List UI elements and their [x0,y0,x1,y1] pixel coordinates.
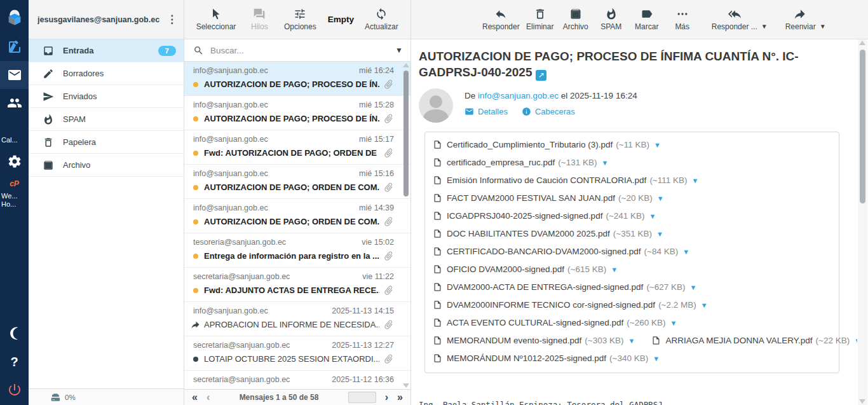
read-dot[interactable] [193,357,198,362]
date: mié 16:24 [359,66,394,75]
folder-archive[interactable]: Archivo [29,154,184,177]
attachment-menu-caret-icon[interactable]: ▼ [682,248,689,256]
forward-caret-icon[interactable]: ▼ [820,23,826,30]
reply-all-caret-icon[interactable]: ▼ [761,23,768,30]
scroll-up-icon[interactable] [859,41,865,45]
message-list-item[interactable]: secretaria@sanjuan.gob.ec2025-11-13 12:2… [184,336,410,371]
logout-power-icon[interactable] [0,376,29,404]
folder-inbox[interactable]: Entrada 7 [29,39,184,62]
attachment-menu-caret-icon[interactable]: ▼ [657,195,664,202]
scroll-up-icon[interactable] [403,63,409,67]
folder-sent[interactable]: Enviados [29,85,184,108]
reply-button[interactable]: Responder [481,5,521,34]
message-list-item[interactable]: info@sanjuan.gob.ec2025-11-13 14:15 APRO… [184,302,410,336]
attachment[interactable]: MEMORÁNDUM Nº1012-2025-signed.pdf(~340 K… [433,354,660,363]
attachment-menu-caret-icon[interactable]: ▼ [654,141,661,149]
compose-icon[interactable] [0,33,29,61]
attachment-menu-caret-icon[interactable]: ▼ [653,355,660,362]
sogo-logo-icon[interactable] [0,1,29,33]
pdf-file-icon [433,229,442,238]
folder-spam[interactable]: SPAM [29,108,184,131]
next-page-button[interactable]: › [385,392,388,402]
search-scope-caret-icon[interactable]: ▼ [394,46,404,55]
message-list-item[interactable]: info@sanjuan.gob.ecmié 15:28 AUTORIZACIO… [184,96,410,130]
message-list-item[interactable]: info@sanjuan.gob.ecmié 14:39 AUTORIZACIO… [184,199,410,233]
more-button[interactable]: Más [666,5,699,34]
mail-module-icon[interactable] [0,61,29,89]
attachment[interactable]: Emisión Informativo de Caución CONTRALOR… [433,175,698,185]
refresh-button[interactable]: Actualizar [363,5,400,34]
message-list-item[interactable]: secretaria@sanjuan.gob.ec2025-11-12 16:3… [184,371,410,389]
delete-button[interactable]: Eliminar [524,5,557,34]
attachment-menu-caret-icon[interactable]: ▼ [690,284,697,291]
settings-gear-icon[interactable] [0,148,29,175]
empty-button[interactable]: Empty [322,12,359,27]
reply-icon [494,8,507,20]
prev-page-button[interactable]: ‹ [207,392,210,402]
attachment[interactable]: CERTIFICADO-BANCARIO-DVAM2000-signed.pdf… [433,247,689,256]
calendar-link[interactable]: Cal... [0,136,29,145]
attachment[interactable]: ACTA EVENTO CULTURAL-signed-signed.pdf(~… [433,318,677,327]
sender: info@sanjuan.gob.ec [193,203,268,212]
options-button[interactable]: Opciones [281,5,318,34]
help-icon[interactable]: ? [0,348,29,376]
cpanel-logo-icon[interactable]: cP [0,175,29,192]
attachment[interactable]: DVAM2000-ACTA DE ENTREGA-signed-signed.p… [433,282,696,292]
threads-button[interactable]: Hilos [241,5,278,34]
attachment-menu-caret-icon[interactable]: ▼ [602,159,609,167]
unread-dot[interactable] [193,116,198,121]
dark-mode-moon-icon[interactable] [0,320,29,348]
details-link[interactable]: Detalles [465,107,508,116]
attachment[interactable]: ARRIAGA MEJIA DONNA VALERY.pdf(~22 KB)▼ [651,336,857,345]
account-menu-kebab-icon[interactable]: ⋮ [164,13,179,26]
attachment[interactable]: FACT DVAM2000 FESTIVAL SAN JUAN.pdf(~20 … [433,193,664,203]
view-scrollbar-thumb[interactable] [860,50,865,203]
attachment[interactable]: ICGADPRSJ040-2025-signed-signed.pdf(~241… [433,211,656,221]
contacts-icon[interactable] [0,89,29,117]
folder-drafts[interactable]: Borradores [29,62,184,85]
unread-dot[interactable] [193,82,198,87]
attachment-menu-caret-icon[interactable]: ▼ [611,266,618,273]
spam-button[interactable]: SPAM [595,5,628,34]
attachment-menu-caret-icon[interactable]: ▼ [656,230,663,238]
attachment-menu-caret-icon[interactable]: ▼ [854,337,857,345]
folder-trash[interactable]: Papelera [29,131,184,154]
attachment-menu-caret-icon[interactable]: ▼ [701,301,708,309]
message-list-item[interactable]: info@sanjuan.gob.ecmié 15:16 AUTORIZACIO… [184,165,410,199]
search-input[interactable] [210,46,394,55]
message-list-item[interactable]: secretaria@sanjuan.gob.ecvie 11:22 Fwd: … [184,268,410,302]
unread-dot[interactable] [193,288,198,293]
attachment[interactable]: DVAM2000INFORME TECNICO cor-signed-signe… [433,300,708,310]
attachment-menu-caret-icon[interactable]: ▼ [649,212,656,220]
headers-link[interactable]: Cabeceras [522,107,575,116]
attachment-menu-caret-icon[interactable]: ▼ [692,177,699,184]
select-button[interactable]: Seleccionar [195,5,238,34]
archive-button[interactable]: Archivo [559,5,592,34]
scroll-down-icon[interactable] [859,399,865,404]
message-list-item[interactable]: tesoreria@sanjuan.gob.ecvie 15:02 Entreg… [184,233,410,268]
message-list-item[interactable]: info@sanjuan.gob.ecmié 16:24 AUTORIZACIO… [184,62,410,96]
list-scrollbar-thumb[interactable] [403,71,409,196]
attachment[interactable]: Certificado_Cumplimiento_Tributario (3).… [433,140,661,149]
unread-dot[interactable] [193,151,198,156]
attachment-menu-caret-icon[interactable]: ▼ [670,319,677,327]
reply-all-button[interactable]: Responder ... [710,5,759,34]
last-page-button[interactable]: » [397,392,403,402]
scroll-down-icon[interactable] [403,383,409,388]
attachment-menu-caret-icon[interactable]: ▼ [628,337,635,345]
mark-button[interactable]: Marcar [630,5,663,34]
first-page-button[interactable]: « [192,392,198,402]
forward-button[interactable]: Reenviar [784,5,817,34]
page-number-input[interactable] [348,392,376,403]
attachment[interactable]: OFICIO DVAM2000-signed.pdf(~615 KB)▼ [433,264,618,274]
unread-dot[interactable] [193,185,198,190]
webmail-home-link[interactable]: We... Ho... [0,192,29,209]
unread-dot[interactable] [193,254,198,259]
sender-email-link[interactable]: info@sanjuan.gob.ec [478,91,559,100]
attachment[interactable]: MEMORANDUM evento-signed.pdf(~303 KB)▼ [433,336,635,345]
unread-dot[interactable] [193,219,198,224]
attachment[interactable]: certificado_empresa_ruc.pdf(~131 KB)▼ [433,158,608,167]
attachment[interactable]: DOC HABILITANTES DVAM2000 2025.pdf(~351 … [433,229,663,238]
message-list-item[interactable]: info@sanjuan.gob.ecmié 15:17 Fwd: AUTORI… [184,130,410,165]
open-in-new-icon[interactable]: ↗ [536,70,546,81]
